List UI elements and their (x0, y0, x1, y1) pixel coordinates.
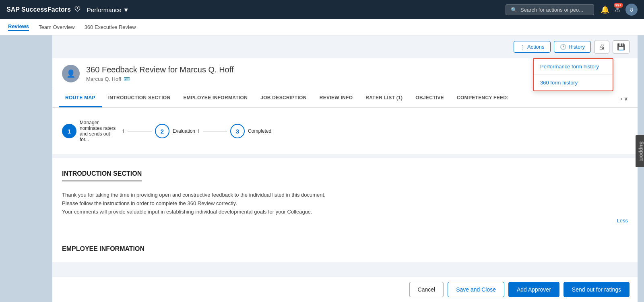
step-2-circle: 2 (155, 124, 169, 138)
card-icon: 🪪 (124, 76, 130, 82)
tab-rater-list[interactable]: RATER LIST (1) (359, 89, 409, 107)
tab-review-info[interactable]: REVIEW INFO (313, 89, 359, 107)
history-clock-icon: 🕐 (560, 44, 566, 50)
module-label: Performance (87, 6, 122, 13)
user-initial: 8 (630, 7, 633, 13)
form-title: 360 Feedback Review for Marcus Q. Hoff (86, 65, 233, 74)
tabs-more[interactable]: › ∨ (617, 90, 631, 107)
sub-nav-360-executive[interactable]: 360 Executive Review (85, 24, 136, 30)
step-2-info-icon[interactable]: ℹ (198, 128, 200, 134)
footer-action-bar: Cancel Save and Close Add Approver Send … (52, 277, 638, 302)
tab-job-description[interactable]: JOB DESCRIPTION (254, 89, 313, 107)
history-label: History (569, 44, 585, 50)
tab-employee-info[interactable]: EMPLOYEE INFORMATION (177, 89, 254, 107)
support-tab[interactable]: Support (635, 135, 644, 167)
step-1-info-icon[interactable]: ℹ (122, 128, 124, 134)
send-out-for-ratings-button[interactable]: Send out for ratings (564, 282, 630, 297)
step-1-circle: 1 (62, 124, 76, 138)
search-icon: 🔍 (511, 7, 517, 13)
user-avatar[interactable]: 8 (625, 4, 638, 16)
actions-button[interactable]: ⋮ Actions (514, 41, 551, 53)
less-link[interactable]: Less (617, 218, 628, 224)
tab-competency[interactable]: COMPETENCY FEED: (450, 89, 515, 107)
route-steps: 1 Manager nominates raters and sends out… (62, 120, 628, 142)
history-button[interactable]: 🕐 History (554, 41, 591, 53)
bell-icon: 🔔 (601, 6, 609, 14)
chevron-down-icon: ▼ (123, 6, 129, 13)
step-1-label: Manager nominates raters and sends out f… (80, 120, 120, 142)
print-button[interactable]: 🖨 (594, 41, 609, 53)
sub-nav-reviews[interactable]: Reviews (8, 23, 29, 31)
save-button[interactable]: 💾 (613, 40, 630, 53)
content-area: ⋮ Actions 🕐 History 🖨 💾 Performance form… (52, 35, 638, 302)
actions-icon: ⋮ (520, 44, 525, 50)
history-dropdown-item-performance[interactable]: Performance form history (534, 59, 613, 75)
step-line-1 (128, 131, 152, 131)
tab-objective[interactable]: OBJECTIVE (409, 89, 450, 107)
nav-icon-group: 🔔 ⚠ 99+ 8 (601, 4, 638, 16)
notifications-button[interactable]: 🔔 (601, 5, 609, 14)
chevron-right-icon: › (620, 95, 622, 102)
main-layout: ⋮ Actions 🕐 History 🖨 💾 Performance form… (0, 35, 644, 302)
actions-label: Actions (527, 44, 545, 50)
step-3-circle: 3 (230, 124, 245, 138)
top-navigation: SAP SuccessFactors ♡ Performance ▼ 🔍 Sea… (0, 0, 644, 19)
toolbar: ⋮ Actions 🕐 History 🖨 💾 Performance form… (52, 35, 638, 58)
cancel-button[interactable]: Cancel (409, 282, 444, 297)
route-map-section: 1 Manager nominates raters and sends out… (52, 108, 638, 155)
tab-route-map[interactable]: ROUTE MAP (59, 89, 102, 107)
step-3-number: 3 (236, 128, 239, 135)
employee-name: Marcus Q. Hoff (86, 76, 121, 82)
introduction-section: INTRODUCTION SECTION Thank you for takin… (52, 158, 638, 236)
step-line-2 (203, 131, 227, 131)
heart-icon: ♡ (74, 5, 80, 14)
step-2-number: 2 (161, 128, 164, 135)
add-approver-button[interactable]: Add Approver (508, 282, 559, 297)
history-dropdown-item-360[interactable]: 360 form history (534, 75, 613, 90)
employee-info-section: EMPLOYEE INFORMATION (52, 236, 638, 262)
sub-navigation: Reviews Team Overview 360 Executive Revi… (0, 19, 644, 35)
save-icon: 💾 (617, 43, 625, 50)
form-subtitle: Marcus Q. Hoff 🪪 (86, 76, 233, 82)
save-and-close-button[interactable]: Save and Close (448, 282, 504, 297)
alerts-button[interactable]: ⚠ 99+ (614, 5, 621, 14)
sub-nav-team-overview[interactable]: Team Overview (39, 24, 75, 30)
global-search-bar[interactable]: 🔍 Search for actions or peo... (506, 4, 594, 15)
left-sidebar (0, 35, 52, 302)
intro-section-text: Thank you for taking the time in providi… (62, 191, 628, 216)
step-2-label: Evaluation (173, 128, 195, 134)
step-1-number: 1 (68, 128, 71, 135)
alert-badge: 99+ (614, 3, 623, 8)
history-dropdown: Performance form history 360 form histor… (533, 58, 613, 91)
module-selector[interactable]: Performance ▼ (87, 6, 129, 13)
chevron-down-icon: ∨ (624, 95, 628, 102)
brand-name: SAP SuccessFactors (6, 6, 71, 13)
form-header-info: 360 Feedback Review for Marcus Q. Hoff M… (86, 65, 233, 82)
tab-introduction[interactable]: INTRODUCTION SECTION (102, 89, 177, 107)
step-3-label: Completed (248, 128, 271, 134)
right-scrollbar-area (638, 35, 644, 302)
employee-info-heading: EMPLOYEE INFORMATION (52, 236, 638, 262)
brand-logo: SAP SuccessFactors ♡ (6, 5, 80, 14)
search-placeholder: Search for actions or peo... (520, 7, 583, 13)
print-icon: 🖨 (599, 43, 605, 50)
intro-section-heading: INTRODUCTION SECTION (62, 170, 142, 181)
employee-avatar: 👤 (62, 65, 80, 82)
tabs-container: ROUTE MAP INTRODUCTION SECTION EMPLOYEE … (52, 89, 638, 108)
person-icon: 👤 (66, 69, 75, 78)
